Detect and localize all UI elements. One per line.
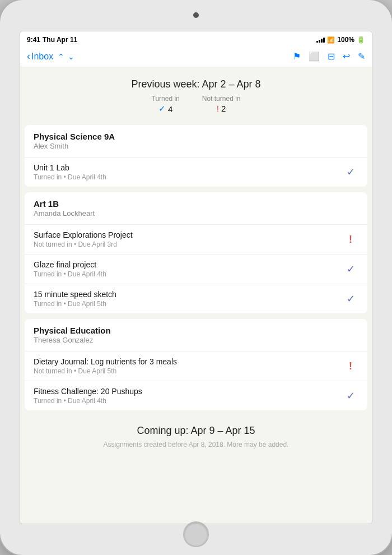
status-left: 9:41 Thu Apr 11	[27, 36, 77, 44]
not-turned-in-count: 2	[221, 104, 226, 113]
class-name-1: Art 1B	[34, 199, 358, 209]
nav-bar: ‹ Inbox ⌃ ⌄ ⚑ ⬜ ⊟ ↩ ✎	[20, 47, 372, 67]
assignment-title-1-0: Surface Explorations Project	[34, 230, 343, 239]
not-turned-in-value: ! 2	[217, 104, 226, 113]
assignment-meta-0-0: Turned in • Due April 4th	[34, 173, 343, 181]
screen: 9:41 Thu Apr 11 📶 100% 🔋 ‹ Inbo	[20, 31, 372, 524]
assignment-title-1-2: 15 minute speed sketch	[34, 290, 343, 299]
checkmark-icon: ✓	[347, 390, 355, 402]
class-card-1: Art 1BAmanda LockheartSurface Exploratio…	[25, 192, 367, 313]
assignment-meta-1-0: Not turned in • Due April 3rd	[34, 240, 343, 248]
time-display: 9:41	[27, 36, 40, 44]
assignment-info-2-1: Fitness Challenge: 20 PushupsTurned in •…	[34, 387, 343, 405]
assignment-meta-2-0: Not turned in • Due April 5th	[34, 367, 343, 375]
assignment-info-0-0: Unit 1 LabTurned in • Due April 4th	[34, 163, 343, 181]
assignment-info-1-1: Glaze final projectTurned in • Due April…	[34, 260, 343, 278]
nav-arrows: ⌃ ⌄	[58, 52, 74, 61]
coming-up-section: Coming up: Apr 9 – Apr 15 Assignments cr…	[20, 411, 372, 456]
turned-in-stat: Turned in ✓ 4	[152, 95, 180, 114]
compose-icon[interactable]: ✎	[358, 51, 365, 62]
wifi-icon: 📶	[327, 36, 335, 44]
back-label: Inbox	[31, 52, 53, 62]
flag-icon[interactable]: ⚑	[293, 51, 301, 62]
back-button[interactable]: ‹ Inbox	[27, 50, 53, 62]
week-stats: Turned in ✓ 4 Not turned in ! 2	[29, 95, 363, 114]
assignment-status-1-2: ✓	[343, 293, 358, 305]
teacher-name-0: Alex Smith	[34, 142, 358, 150]
week-header: Previous week: Apr 2 – Apr 8 Turned in ✓…	[20, 67, 372, 121]
coming-up-subtitle: Assignments created before Apr 8, 2018. …	[29, 440, 363, 450]
battery-icon: 🔋	[357, 36, 365, 44]
teacher-name-2: Theresa Gonzalez	[34, 336, 358, 344]
assignment-title-2-1: Fitness Challenge: 20 Pushups	[34, 387, 343, 396]
signal-icon	[316, 37, 325, 43]
turned-in-count: 4	[168, 104, 172, 114]
exclaim-symbol: !	[217, 104, 219, 113]
class-name-2: Physical Education	[34, 326, 358, 335]
status-right: 📶 100% 🔋	[316, 36, 365, 44]
up-arrow-button[interactable]: ⌃	[58, 52, 64, 61]
assignment-row-1-1[interactable]: Glaze final projectTurned in • Due April…	[25, 255, 367, 284]
nav-right: ⚑ ⬜ ⊟ ↩ ✎	[293, 51, 365, 62]
assignment-info-1-2: 15 minute speed sketchTurned in • Due Ap…	[34, 290, 343, 308]
assignment-title-2-0: Dietary Journal: Log nutrients for 3 mea…	[34, 357, 343, 366]
class-header-1: Art 1BAmanda Lockheart	[25, 192, 367, 225]
assignment-meta-2-1: Turned in • Due April 4th	[34, 397, 343, 405]
status-bar: 9:41 Thu Apr 11 📶 100% 🔋	[20, 31, 372, 47]
down-arrow-button[interactable]: ⌄	[68, 52, 74, 61]
assignment-row-2-1[interactable]: Fitness Challenge: 20 PushupsTurned in •…	[25, 381, 367, 410]
week-title: Previous week: Apr 2 – Apr 8	[29, 78, 363, 90]
reply-icon[interactable]: ↩	[343, 51, 350, 62]
exclamation-icon: !	[349, 360, 352, 372]
exclamation-icon: !	[349, 234, 352, 246]
ipad-frame: 9:41 Thu Apr 11 📶 100% 🔋 ‹ Inbo	[0, 0, 392, 555]
class-name-0: Physical Science 9A	[34, 132, 358, 141]
turned-in-label: Turned in	[152, 95, 180, 103]
coming-up-title: Coming up: Apr 9 – Apr 15	[29, 425, 363, 437]
chevron-left-icon: ‹	[27, 50, 30, 62]
archive-icon[interactable]: ⊟	[328, 51, 335, 62]
checkmark-icon: ✓	[347, 263, 355, 275]
camera-dot	[193, 12, 199, 18]
class-header-0: Physical Science 9AAlex Smith	[25, 125, 367, 158]
assignment-title-0-0: Unit 1 Lab	[34, 163, 343, 172]
home-button[interactable]	[183, 521, 209, 547]
assignment-row-1-0[interactable]: Surface Explorations ProjectNot turned i…	[25, 225, 367, 255]
assignment-row-2-0[interactable]: Dietary Journal: Log nutrients for 3 mea…	[25, 351, 367, 381]
teacher-name-1: Amanda Lockheart	[34, 209, 358, 218]
assignment-status-1-1: ✓	[343, 263, 358, 275]
assignment-status-2-0: !	[343, 360, 358, 372]
assignment-row-0-0[interactable]: Unit 1 LabTurned in • Due April 4th✓	[25, 158, 367, 187]
classes-container: Physical Science 9AAlex SmithUnit 1 LabT…	[20, 121, 372, 410]
content-area: Previous week: Apr 2 – Apr 8 Turned in ✓…	[20, 67, 372, 524]
assignment-meta-1-1: Turned in • Due April 4th	[34, 270, 343, 278]
assignment-status-0-0: ✓	[343, 166, 358, 178]
folder-icon[interactable]: ⬜	[309, 51, 320, 62]
class-header-2: Physical EducationTheresa Gonzalez	[25, 319, 367, 351]
class-card-2: Physical EducationTheresa GonzalezDietar…	[25, 319, 367, 410]
nav-left: ‹ Inbox ⌃ ⌄	[27, 50, 74, 62]
not-turned-in-stat: Not turned in ! 2	[202, 95, 241, 114]
class-card-0: Physical Science 9AAlex SmithUnit 1 LabT…	[25, 125, 367, 187]
assignment-status-1-0: !	[343, 234, 358, 246]
date-display: Thu Apr 11	[43, 36, 77, 44]
battery-display: 100%	[337, 36, 354, 44]
not-turned-in-label: Not turned in	[202, 95, 241, 103]
assignment-meta-1-2: Turned in • Due April 5th	[34, 300, 343, 308]
turned-in-value: ✓ 4	[158, 104, 172, 114]
checkmark-icon: ✓	[347, 166, 355, 178]
assignment-info-1-0: Surface Explorations ProjectNot turned i…	[34, 230, 343, 248]
checkmark-icon: ✓	[347, 293, 355, 305]
assignment-title-1-1: Glaze final project	[34, 260, 343, 269]
assignment-info-2-0: Dietary Journal: Log nutrients for 3 mea…	[34, 357, 343, 375]
check-symbol: ✓	[158, 104, 166, 114]
assignment-row-1-2[interactable]: 15 minute speed sketchTurned in • Due Ap…	[25, 284, 367, 313]
assignment-status-2-1: ✓	[343, 390, 358, 402]
